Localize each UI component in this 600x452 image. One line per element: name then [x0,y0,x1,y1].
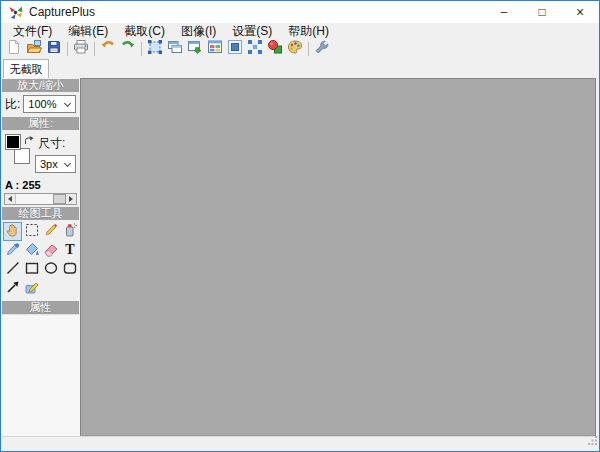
tool-ellipse[interactable] [41,260,60,279]
new-file-button[interactable] [4,40,24,58]
alpha-slider-right-button[interactable] [65,194,76,204]
shapes-button[interactable] [265,40,285,58]
tab-no-capture[interactable]: 无截取 [3,59,49,78]
save-button[interactable] [44,40,64,58]
close-button[interactable]: × [561,1,599,23]
eyedropper-icon [5,241,21,261]
rectangle-icon [24,260,40,280]
tool-line[interactable] [3,260,22,279]
capture-freehand-button[interactable] [245,40,265,58]
tool-spray[interactable] [60,222,79,241]
alpha-row: A : 255 [1,178,80,191]
zoom-ratio-row: 比: 100% [1,92,80,116]
alpha-value: 255 [22,179,40,191]
redo-button[interactable] [118,40,138,58]
capture-element-icon [207,39,223,59]
fill-bucket-icon [24,241,40,261]
spray-icon [62,222,78,242]
capture-region-button[interactable] [145,40,165,58]
app-window: CapturePlus – □ × 文件(F) 编辑(E) 截取(C) 图像(I… [0,0,600,452]
maximize-button[interactable]: □ [523,1,561,23]
triangle-right-icon [69,196,76,202]
menu-image[interactable]: 图像(I) [173,23,224,39]
app-icon [8,5,23,20]
ellipse-icon [43,260,59,280]
tool-hand[interactable] [3,222,22,241]
shapes-icon [267,39,283,59]
tab-bar: 无截取 [1,58,599,78]
alpha-slider-thumb[interactable] [53,194,66,204]
highlighter-icon [24,279,40,299]
toolbar-separator [67,42,68,56]
zoom-ratio-select[interactable]: 100% [23,95,76,113]
tools-section-header: 绘图工具 [2,207,79,220]
tool-highlighter[interactable] [22,279,41,298]
properties-section-header: 属性: [2,117,79,130]
minimize-button[interactable]: – [485,1,523,23]
sidebar: 放大/缩小 比: 100% 属性: 尺寸: 3px [1,78,80,436]
line-icon [5,260,21,280]
menu-file[interactable]: 文件(F) [5,23,60,39]
capture-scroll-window-button[interactable] [185,40,205,58]
alpha-slider[interactable] [4,193,77,205]
size-label: 尺寸: [38,135,65,152]
print-icon [73,39,89,59]
tool-eyedropper[interactable] [3,241,22,260]
statusbar [1,436,599,451]
zoom-ratio-label: 比: [5,96,20,113]
size-select[interactable]: 3px [35,155,76,173]
zoom-section-header: 放大/缩小 [2,79,79,92]
tool-fill-bucket[interactable] [22,241,41,260]
capture-freehand-icon [247,39,263,59]
tool-text[interactable]: T [60,241,79,260]
capture-element-button[interactable] [205,40,225,58]
save-icon [46,39,62,59]
menu-edit[interactable]: 编辑(E) [60,23,116,39]
redo-icon [120,39,136,59]
chevron-down-icon [64,160,71,167]
titlebar: CapturePlus – □ × [1,1,599,23]
capture-window-button[interactable] [165,40,185,58]
tool-rounded-rectangle[interactable] [60,260,79,279]
background-color-swatch[interactable] [14,148,30,164]
capture-fixed-region-button[interactable] [225,40,245,58]
chevron-down-icon [64,100,71,107]
tool-properties-panel [1,314,80,436]
print-button[interactable] [71,40,91,58]
toolbar-separator [308,42,309,56]
zoom-ratio-value: 100% [28,98,56,110]
undo-button[interactable] [98,40,118,58]
swap-colors-icon[interactable] [24,132,34,142]
alpha-slider-left-button[interactable] [5,194,16,204]
menu-settings[interactable]: 设置(S) [224,23,280,39]
menubar: 文件(F) 编辑(E) 截取(C) 图像(I) 设置(S) 帮助(H) [1,23,599,39]
eraser-icon [43,241,59,261]
palette-button[interactable] [285,40,305,58]
capture-canvas [80,78,596,436]
foreground-color-swatch[interactable] [5,134,21,150]
capture-scroll-window-icon [187,39,203,59]
tool-marquee-select[interactable] [22,222,41,241]
capture-region-icon [147,39,163,59]
hand-icon [5,222,21,242]
window-controls: – □ × [485,1,599,23]
window-title: CapturePlus [29,5,95,19]
resize-grip-icon[interactable] [588,432,598,450]
open-button[interactable] [24,40,44,58]
triangle-left-icon [5,196,12,202]
tool-eraser[interactable] [41,241,60,260]
menu-capture[interactable]: 截取(C) [116,23,173,39]
text-tool-icon: T [62,241,78,261]
toolbar [1,39,599,58]
tool-arrow[interactable] [3,279,22,298]
drawing-tools-grid: T [1,220,80,300]
arrow-icon [5,279,21,299]
settings-wrench-button[interactable] [312,40,332,58]
settings-wrench-icon [314,39,330,59]
capture-fixed-region-icon [227,39,243,59]
menu-help[interactable]: 帮助(H) [280,23,337,39]
size-value: 3px [40,158,58,170]
tool-rectangle[interactable] [22,260,41,279]
tool-pencil[interactable] [41,222,60,241]
alpha-label: A : [5,179,19,191]
